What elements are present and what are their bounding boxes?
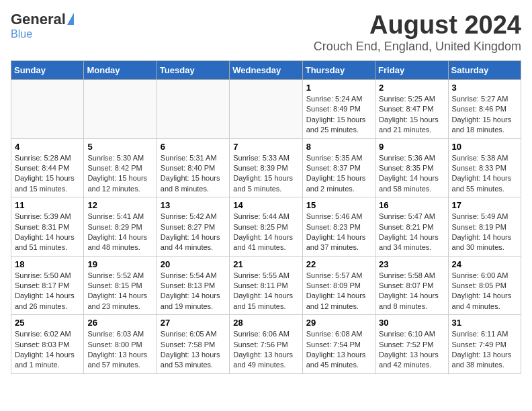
daylight-text: Daylight: 14 hours and 58 minutes. <box>379 174 439 192</box>
day-number: 19 <box>87 259 152 269</box>
logo: General Blue <box>11 11 74 40</box>
sunrise-text: Sunrise: 5:46 AM <box>306 212 363 220</box>
daylight-text: Daylight: 14 hours and 55 minutes. <box>452 174 512 192</box>
calendar-cell: 27Sunrise: 6:05 AMSunset: 7:58 PMDayligh… <box>157 315 229 374</box>
sunrise-text: Sunrise: 6:03 AM <box>87 330 144 338</box>
calendar-week-row: 11Sunrise: 5:39 AMSunset: 8:31 PMDayligh… <box>11 197 521 257</box>
day-number: 7 <box>233 142 298 152</box>
day-number: 15 <box>306 200 371 210</box>
sunrise-text: Sunrise: 6:08 AM <box>306 330 363 338</box>
day-info: Sunrise: 6:00 AMSunset: 8:05 PMDaylight:… <box>452 271 517 312</box>
day-info: Sunrise: 6:06 AMSunset: 7:56 PMDaylight:… <box>233 329 298 371</box>
day-info: Sunrise: 5:31 AMSunset: 8:40 PMDaylight:… <box>161 153 226 195</box>
day-info: Sunrise: 5:36 AMSunset: 8:35 PMDaylight:… <box>379 153 444 195</box>
sunrise-text: Sunrise: 5:54 AM <box>161 271 217 279</box>
sunset-text: Sunset: 8:42 PM <box>87 164 142 172</box>
sunset-text: Sunset: 8:37 PM <box>306 164 361 172</box>
daylight-text: Daylight: 14 hours and 23 minutes. <box>87 291 147 310</box>
daylight-text: Daylight: 13 hours and 45 minutes. <box>306 351 366 369</box>
sunset-text: Sunset: 8:15 PM <box>87 281 142 289</box>
month-year-title: August 2024 <box>314 11 521 40</box>
day-number: 9 <box>379 142 444 152</box>
daylight-text: Daylight: 13 hours and 49 minutes. <box>233 351 293 369</box>
daylight-text: Daylight: 15 hours and 5 minutes. <box>233 174 293 192</box>
calendar-cell: 10Sunrise: 5:38 AMSunset: 8:33 PMDayligh… <box>448 138 521 197</box>
sunset-text: Sunset: 8:13 PM <box>161 281 215 289</box>
sunset-text: Sunset: 8:00 PM <box>87 340 142 349</box>
calendar-cell: 25Sunrise: 6:02 AMSunset: 8:03 PMDayligh… <box>11 315 84 374</box>
day-number: 12 <box>87 200 152 210</box>
day-number: 31 <box>452 318 517 328</box>
day-info: Sunrise: 5:46 AMSunset: 8:23 PMDaylight:… <box>306 212 371 253</box>
calendar-cell: 18Sunrise: 5:50 AMSunset: 8:17 PMDayligh… <box>11 256 84 315</box>
day-info: Sunrise: 5:57 AMSunset: 8:09 PMDaylight:… <box>306 271 371 312</box>
daylight-text: Daylight: 15 hours and 8 minutes. <box>161 174 220 192</box>
sunrise-text: Sunrise: 5:42 AM <box>161 212 217 220</box>
sunset-text: Sunset: 7:56 PM <box>233 340 287 349</box>
day-info: Sunrise: 5:30 AMSunset: 8:42 PMDaylight:… <box>87 153 152 195</box>
calendar-cell: 2Sunrise: 5:25 AMSunset: 8:47 PMDaylight… <box>375 80 448 139</box>
calendar-cell: 16Sunrise: 5:47 AMSunset: 8:21 PMDayligh… <box>375 197 448 257</box>
day-number: 28 <box>233 318 298 328</box>
calendar-cell: 21Sunrise: 5:55 AMSunset: 8:11 PMDayligh… <box>230 256 302 315</box>
sunset-text: Sunset: 8:31 PM <box>15 223 69 231</box>
day-number: 27 <box>161 318 226 328</box>
calendar-week-row: 4Sunrise: 5:28 AMSunset: 8:44 PMDaylight… <box>11 138 521 197</box>
location-subtitle: Crouch End, England, United Kingdom <box>314 40 521 54</box>
day-number: 17 <box>452 200 517 210</box>
day-number: 2 <box>379 83 444 93</box>
calendar-cell: 9Sunrise: 5:36 AMSunset: 8:35 PMDaylight… <box>375 138 448 197</box>
day-info: Sunrise: 6:02 AMSunset: 8:03 PMDaylight:… <box>15 329 80 371</box>
sunrise-text: Sunrise: 5:25 AM <box>379 95 435 103</box>
day-info: Sunrise: 5:38 AMSunset: 8:33 PMDaylight:… <box>452 153 517 195</box>
sunset-text: Sunset: 8:49 PM <box>306 105 361 113</box>
daylight-text: Daylight: 15 hours and 12 minutes. <box>87 174 147 192</box>
sunrise-text: Sunrise: 5:57 AM <box>306 271 363 279</box>
day-number: 23 <box>379 259 444 269</box>
calendar-cell: 14Sunrise: 5:44 AMSunset: 8:25 PMDayligh… <box>230 197 302 257</box>
sunrise-text: Sunrise: 5:49 AM <box>452 212 508 220</box>
daylight-text: Daylight: 13 hours and 57 minutes. <box>87 351 147 369</box>
day-info: Sunrise: 6:11 AMSunset: 7:49 PMDaylight:… <box>452 329 517 371</box>
calendar-cell: 28Sunrise: 6:06 AMSunset: 7:56 PMDayligh… <box>230 315 302 374</box>
sunrise-text: Sunrise: 6:02 AM <box>15 330 71 338</box>
daylight-text: Daylight: 14 hours and 12 minutes. <box>306 291 366 310</box>
daylight-text: Daylight: 14 hours and 1 minute. <box>15 351 75 369</box>
calendar-cell <box>157 80 229 139</box>
daylight-text: Daylight: 15 hours and 2 minutes. <box>306 174 366 192</box>
sunrise-text: Sunrise: 5:28 AM <box>15 154 71 162</box>
calendar-cell: 15Sunrise: 5:46 AMSunset: 8:23 PMDayligh… <box>302 197 375 257</box>
sunset-text: Sunset: 8:40 PM <box>161 164 215 172</box>
day-info: Sunrise: 5:58 AMSunset: 8:07 PMDaylight:… <box>379 271 444 312</box>
day-info: Sunrise: 5:49 AMSunset: 8:19 PMDaylight:… <box>452 212 517 253</box>
day-info: Sunrise: 5:44 AMSunset: 8:25 PMDaylight:… <box>233 212 298 253</box>
day-number: 18 <box>15 259 80 269</box>
sunrise-text: Sunrise: 5:47 AM <box>379 212 435 220</box>
calendar-header-thursday: Thursday <box>302 61 375 80</box>
sunset-text: Sunset: 8:09 PM <box>306 281 361 289</box>
daylight-text: Daylight: 14 hours and 51 minutes. <box>15 233 75 251</box>
logo-blue-text: Blue <box>11 28 32 40</box>
calendar-table: SundayMondayTuesdayWednesdayThursdayFrid… <box>11 60 521 374</box>
day-number: 14 <box>233 200 298 210</box>
daylight-text: Daylight: 13 hours and 53 minutes. <box>161 351 220 369</box>
sunrise-text: Sunrise: 5:30 AM <box>87 154 144 162</box>
sunset-text: Sunset: 8:19 PM <box>452 223 506 231</box>
sunset-text: Sunset: 8:46 PM <box>452 105 506 113</box>
day-number: 22 <box>306 259 371 269</box>
sunrise-text: Sunrise: 5:36 AM <box>379 154 435 162</box>
calendar-header-saturday: Saturday <box>448 61 521 80</box>
calendar-cell: 20Sunrise: 5:54 AMSunset: 8:13 PMDayligh… <box>157 256 229 315</box>
day-info: Sunrise: 5:25 AMSunset: 8:47 PMDaylight:… <box>379 94 444 136</box>
day-info: Sunrise: 5:39 AMSunset: 8:31 PMDaylight:… <box>15 212 80 253</box>
calendar-cell: 13Sunrise: 5:42 AMSunset: 8:27 PMDayligh… <box>157 197 229 257</box>
day-number: 30 <box>379 318 444 328</box>
sunset-text: Sunset: 7:54 PM <box>306 340 361 349</box>
sunrise-text: Sunrise: 5:52 AM <box>87 271 144 279</box>
daylight-text: Daylight: 15 hours and 15 minutes. <box>15 174 75 192</box>
sunrise-text: Sunrise: 5:39 AM <box>15 212 71 220</box>
sunset-text: Sunset: 8:47 PM <box>379 105 433 113</box>
calendar-cell: 11Sunrise: 5:39 AMSunset: 8:31 PMDayligh… <box>11 197 84 257</box>
sunset-text: Sunset: 8:25 PM <box>233 223 287 231</box>
day-number: 25 <box>15 318 80 328</box>
